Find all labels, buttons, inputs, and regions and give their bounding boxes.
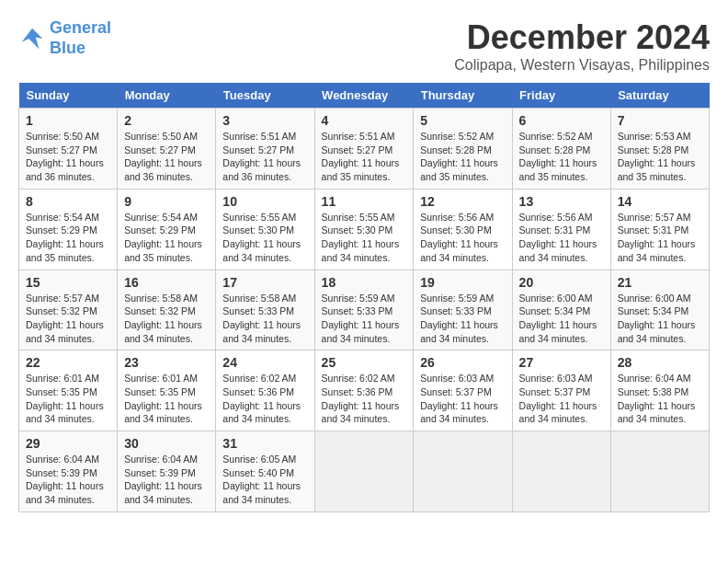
- day-info: Sunrise: 5:55 AMSunset: 5:30 PMDaylight:…: [322, 212, 400, 263]
- calendar-day-cell: 27 Sunrise: 6:03 AMSunset: 5:37 PMDaylig…: [512, 350, 610, 431]
- svg-marker-0: [22, 28, 43, 49]
- day-number: 16: [124, 275, 209, 290]
- day-info: Sunrise: 6:03 AMSunset: 5:37 PMDaylight:…: [420, 373, 498, 424]
- calendar-day-cell: 17 Sunrise: 5:58 AMSunset: 5:33 PMDaylig…: [216, 270, 314, 350]
- calendar-day-cell: 15 Sunrise: 5:57 AMSunset: 5:32 PMDaylig…: [19, 270, 118, 350]
- weekday-header: Sunday: [19, 83, 118, 109]
- day-info: Sunrise: 5:54 AMSunset: 5:29 PMDaylight:…: [26, 212, 104, 263]
- day-number: 6: [519, 113, 604, 128]
- location-title: Colipapa, Western Visayas, Philippines: [454, 57, 710, 74]
- calendar-day-cell: 16 Sunrise: 5:58 AMSunset: 5:32 PMDaylig…: [118, 270, 216, 350]
- calendar-day-cell: [414, 431, 512, 512]
- calendar-day-cell: 31 Sunrise: 6:05 AMSunset: 5:40 PMDaylig…: [216, 431, 314, 512]
- calendar-week-row: 8 Sunrise: 5:54 AMSunset: 5:29 PMDayligh…: [19, 189, 710, 270]
- weekday-header: Wednesday: [314, 83, 414, 109]
- day-info: Sunrise: 5:57 AMSunset: 5:31 PMDaylight:…: [618, 212, 696, 263]
- weekday-header: Saturday: [610, 83, 709, 109]
- calendar-day-cell: 24 Sunrise: 6:02 AMSunset: 5:36 PMDaylig…: [216, 350, 314, 431]
- calendar-day-cell: 11 Sunrise: 5:55 AMSunset: 5:30 PMDaylig…: [314, 189, 414, 270]
- day-number: 17: [222, 275, 307, 290]
- calendar-week-row: 22 Sunrise: 6:01 AMSunset: 5:35 PMDaylig…: [19, 350, 710, 431]
- calendar-day-cell: 1 Sunrise: 5:50 AMSunset: 5:27 PMDayligh…: [19, 109, 118, 190]
- day-info: Sunrise: 6:00 AMSunset: 5:34 PMDaylight:…: [618, 293, 696, 344]
- day-number: 1: [26, 113, 110, 128]
- day-info: Sunrise: 5:50 AMSunset: 5:27 PMDaylight:…: [124, 131, 202, 182]
- calendar-day-cell: 7 Sunrise: 5:53 AMSunset: 5:28 PMDayligh…: [610, 109, 709, 190]
- logo: General Blue: [18, 18, 111, 58]
- calendar-header-row: SundayMondayTuesdayWednesdayThursdayFrid…: [19, 83, 710, 109]
- calendar-day-cell: 19 Sunrise: 5:59 AMSunset: 5:33 PMDaylig…: [414, 270, 512, 350]
- calendar-day-cell: 21 Sunrise: 6:00 AMSunset: 5:34 PMDaylig…: [610, 270, 709, 350]
- month-title: December 2024: [454, 18, 710, 57]
- weekday-header: Friday: [512, 83, 610, 109]
- day-number: 28: [618, 355, 702, 370]
- day-info: Sunrise: 5:55 AMSunset: 5:30 PMDaylight:…: [222, 212, 301, 263]
- day-info: Sunrise: 5:52 AMSunset: 5:28 PMDaylight:…: [519, 131, 597, 182]
- day-number: 5: [420, 113, 505, 128]
- day-number: 23: [124, 355, 209, 370]
- calendar-day-cell: 30 Sunrise: 6:04 AMSunset: 5:39 PMDaylig…: [118, 431, 216, 512]
- calendar-day-cell: 12 Sunrise: 5:56 AMSunset: 5:30 PMDaylig…: [414, 189, 512, 270]
- day-info: Sunrise: 6:02 AMSunset: 5:36 PMDaylight:…: [222, 373, 301, 424]
- day-info: Sunrise: 5:53 AMSunset: 5:28 PMDaylight:…: [618, 131, 696, 182]
- calendar-day-cell: [314, 431, 414, 512]
- day-info: Sunrise: 5:51 AMSunset: 5:27 PMDaylight:…: [222, 131, 301, 182]
- calendar-day-cell: 23 Sunrise: 6:01 AMSunset: 5:35 PMDaylig…: [118, 350, 216, 431]
- day-info: Sunrise: 5:58 AMSunset: 5:32 PMDaylight:…: [124, 293, 202, 344]
- calendar-day-cell: 22 Sunrise: 6:01 AMSunset: 5:35 PMDaylig…: [19, 350, 118, 431]
- day-info: Sunrise: 6:03 AMSunset: 5:37 PMDaylight:…: [519, 373, 597, 424]
- calendar-day-cell: 18 Sunrise: 5:59 AMSunset: 5:33 PMDaylig…: [314, 270, 414, 350]
- day-info: Sunrise: 5:52 AMSunset: 5:28 PMDaylight:…: [420, 131, 498, 182]
- weekday-header: Tuesday: [216, 83, 314, 109]
- calendar-day-cell: 29 Sunrise: 6:04 AMSunset: 5:39 PMDaylig…: [19, 431, 118, 512]
- day-info: Sunrise: 6:04 AMSunset: 5:39 PMDaylight:…: [124, 454, 202, 505]
- day-number: 12: [420, 194, 505, 209]
- day-number: 24: [222, 355, 307, 370]
- day-info: Sunrise: 6:05 AMSunset: 5:40 PMDaylight:…: [222, 454, 301, 505]
- day-number: 18: [322, 275, 407, 290]
- day-info: Sunrise: 6:02 AMSunset: 5:36 PMDaylight:…: [322, 373, 400, 424]
- day-number: 9: [124, 194, 209, 209]
- day-number: 30: [124, 436, 209, 451]
- day-info: Sunrise: 5:59 AMSunset: 5:33 PMDaylight:…: [322, 293, 400, 344]
- calendar-day-cell: 3 Sunrise: 5:51 AMSunset: 5:27 PMDayligh…: [216, 109, 314, 190]
- calendar-day-cell: 9 Sunrise: 5:54 AMSunset: 5:29 PMDayligh…: [118, 189, 216, 270]
- day-number: 14: [618, 194, 702, 209]
- calendar-week-row: 15 Sunrise: 5:57 AMSunset: 5:32 PMDaylig…: [19, 270, 710, 350]
- calendar-day-cell: 4 Sunrise: 5:51 AMSunset: 5:27 PMDayligh…: [314, 109, 414, 190]
- day-number: 2: [124, 113, 209, 128]
- day-number: 27: [519, 355, 604, 370]
- calendar-day-cell: 6 Sunrise: 5:52 AMSunset: 5:28 PMDayligh…: [512, 109, 610, 190]
- day-number: 8: [26, 194, 110, 209]
- day-info: Sunrise: 6:01 AMSunset: 5:35 PMDaylight:…: [26, 373, 104, 424]
- logo-text: General Blue: [50, 18, 111, 58]
- day-number: 31: [222, 436, 307, 451]
- day-number: 19: [420, 275, 505, 290]
- day-info: Sunrise: 6:04 AMSunset: 5:38 PMDaylight:…: [618, 373, 696, 424]
- calendar-week-row: 1 Sunrise: 5:50 AMSunset: 5:27 PMDayligh…: [19, 109, 710, 190]
- calendar-day-cell: 8 Sunrise: 5:54 AMSunset: 5:29 PMDayligh…: [19, 189, 118, 270]
- day-info: Sunrise: 5:56 AMSunset: 5:31 PMDaylight:…: [519, 212, 597, 263]
- day-number: 3: [222, 113, 307, 128]
- day-info: Sunrise: 6:00 AMSunset: 5:34 PMDaylight:…: [519, 293, 597, 344]
- day-number: 15: [26, 275, 110, 290]
- day-number: 29: [26, 436, 110, 451]
- calendar-day-cell: 26 Sunrise: 6:03 AMSunset: 5:37 PMDaylig…: [414, 350, 512, 431]
- day-info: Sunrise: 5:54 AMSunset: 5:29 PMDaylight:…: [124, 212, 202, 263]
- day-number: 22: [26, 355, 110, 370]
- day-info: Sunrise: 5:50 AMSunset: 5:27 PMDaylight:…: [26, 131, 104, 182]
- day-number: 13: [519, 194, 604, 209]
- calendar-day-cell: 25 Sunrise: 6:02 AMSunset: 5:36 PMDaylig…: [314, 350, 414, 431]
- calendar-day-cell: 28 Sunrise: 6:04 AMSunset: 5:38 PMDaylig…: [610, 350, 709, 431]
- calendar-day-cell: 5 Sunrise: 5:52 AMSunset: 5:28 PMDayligh…: [414, 109, 512, 190]
- day-number: 11: [322, 194, 407, 209]
- logo-icon: [18, 25, 46, 52]
- day-info: Sunrise: 5:59 AMSunset: 5:33 PMDaylight:…: [420, 293, 498, 344]
- day-number: 7: [618, 113, 702, 128]
- day-info: Sunrise: 6:04 AMSunset: 5:39 PMDaylight:…: [26, 454, 104, 505]
- calendar-table: SundayMondayTuesdayWednesdayThursdayFrid…: [18, 83, 710, 512]
- day-number: 20: [519, 275, 604, 290]
- day-info: Sunrise: 6:01 AMSunset: 5:35 PMDaylight:…: [124, 373, 202, 424]
- calendar-day-cell: 20 Sunrise: 6:00 AMSunset: 5:34 PMDaylig…: [512, 270, 610, 350]
- page-header: General Blue December 2024 Colipapa, Wes…: [18, 18, 710, 74]
